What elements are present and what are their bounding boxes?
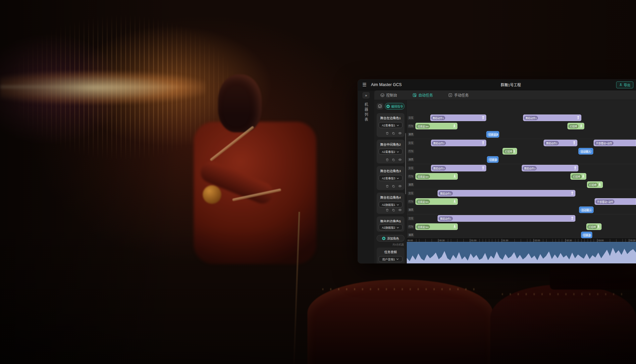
ruler-time-label: 00:30 (439, 239, 445, 242)
clip-dance[interactable]: 舞蹈动作1 (430, 114, 486, 121)
delete-icon[interactable] (386, 184, 389, 188)
audio-select[interactable]: 用户音频1 (379, 256, 402, 262)
clip-prop[interactable]: 自动输入 (578, 148, 593, 155)
edit-button[interactable] (377, 103, 383, 110)
track-lane[interactable]: 舞蹈动作2舞蹈动作2手部摆动+动作 (415, 139, 636, 147)
clip-dance[interactable]: 舞蹈动作3 (431, 165, 487, 171)
track-row-label: 道具 (408, 233, 414, 237)
track-lane[interactable]: 舞蹈动作1舞蹈动作1 (415, 114, 636, 122)
export-button[interactable]: 导出 (616, 81, 633, 88)
delete-icon[interactable] (386, 131, 389, 135)
chevron-down-icon (397, 224, 399, 230)
duplicate-icon[interactable] (392, 184, 395, 188)
clip-walk[interactable]: 打招呼 (567, 123, 584, 129)
walker-icon (579, 124, 583, 128)
dancer-icon (573, 166, 577, 170)
robot-model-select[interactable]: A2旗舰版2 (379, 224, 402, 230)
track-lane[interactable]: 舞蹈动作1 (415, 214, 636, 223)
task-timeline: 交互舞蹈动作1舞蹈动作1行为往前走3m打招呼道具切换道具交互舞蹈动作2舞蹈动作2… (407, 100, 636, 263)
track-row-label: 行为 (408, 150, 414, 153)
robot-card-actions (379, 208, 402, 212)
robot-model-select[interactable]: A2旗舰版1 (379, 202, 402, 207)
walker-icon (453, 225, 456, 229)
track-lane[interactable]: 打招呼 (415, 181, 636, 189)
track-row: 行为往前走3m打招呼 (407, 172, 636, 181)
clip-dance[interactable]: 手部摆动+动作 (594, 140, 636, 146)
track-lane[interactable]: 往前走3m打招呼 (415, 223, 636, 231)
robot-name: 舞台中间角色2 (379, 142, 402, 147)
robot-list: 舞台左边角色1A2青春版1舞台中间角色2A2青春版2舞台右边角色3A2青春版3舞… (377, 113, 404, 232)
ruler-segment: 02:00 (534, 239, 565, 242)
robot-card: 舞台右边角色5A2旗舰版2 (377, 216, 404, 232)
tab-auto-tasks[interactable]: 自动任务 (412, 92, 433, 98)
track-lane[interactable]: 往前走3m打招呼 (415, 122, 636, 130)
clip-dance[interactable]: 舞蹈动作3 (522, 165, 578, 171)
clip-prop[interactable]: 切换道具 (487, 156, 499, 163)
visibility-icon[interactable] (398, 184, 402, 188)
track-lane[interactable]: 打招呼自动输入 (415, 147, 636, 156)
clip-label: 舞蹈动作2 (545, 141, 558, 145)
track-row-label: 行为 (408, 124, 414, 128)
track-lane[interactable]: 舞蹈动作3舞蹈动作3 (415, 164, 636, 172)
track-row: 道具切换道具 (407, 156, 636, 164)
clip-prop[interactable]: 自动输入 (579, 206, 593, 213)
ruler-segment: 03:30 (629, 239, 636, 242)
track-group: 交互舞蹈动作3舞蹈动作3行为往前走3m打招呼道具打招呼 (407, 164, 636, 189)
clip-walk[interactable]: 往前走3m (415, 223, 458, 230)
clip-walk[interactable]: 打招呼 (587, 181, 603, 188)
clip-label: 手部摆动+动作 (595, 141, 613, 145)
clip-prop[interactable]: 切换道具 (486, 131, 499, 138)
add-robot-button[interactable]: 添加角色 (377, 235, 404, 242)
track-lane[interactable]: 切换道具 (415, 130, 636, 139)
clip-walk[interactable]: 打招呼 (570, 173, 586, 180)
orchestrate-command-button[interactable]: 编排指令 (385, 103, 404, 110)
track-lane[interactable]: 往前走3m手部摆动+动作 (415, 198, 636, 206)
duplicate-icon[interactable] (392, 208, 395, 212)
track-row-label: 交互 (408, 141, 414, 145)
clip-dance[interactable]: 舞蹈动作1 (523, 114, 581, 121)
expand-rail-button[interactable]: » (362, 92, 370, 99)
clip-walk[interactable]: 打招呼 (586, 223, 602, 230)
tab-console[interactable]: 控制台 (380, 92, 397, 98)
track-lane[interactable]: 往前走3m打招呼 (415, 172, 636, 181)
track-lane[interactable]: 舞蹈动作1 (415, 189, 636, 198)
clip-walk[interactable]: 往前走3m (415, 198, 458, 205)
clip-dance[interactable]: 舞蹈动作1 (438, 190, 575, 197)
clip-label: 往前走3m (416, 174, 430, 179)
visibility-icon[interactable] (398, 158, 402, 161)
audio-waveform (407, 242, 636, 263)
tab-manual-tasks[interactable]: 手动任务 (448, 92, 469, 98)
duplicate-icon[interactable] (392, 131, 395, 135)
auto-tasks-icon (412, 93, 417, 97)
track-lane[interactable]: 切换道具 (415, 231, 636, 239)
export-label: 导出 (624, 82, 630, 87)
machine-list-label: 机器列表 (363, 103, 369, 122)
track-row-label: 道具 (408, 208, 414, 211)
visibility-icon[interactable] (398, 208, 402, 212)
duplicate-icon[interactable] (392, 158, 395, 161)
audio-select-value: 用户音频1 (382, 257, 395, 261)
project-title: 群舞1号工程 (501, 82, 521, 87)
menu-icon[interactable]: ☰ (362, 82, 368, 87)
track-row: 交互舞蹈动作3舞蹈动作3 (407, 164, 636, 172)
clip-prop[interactable]: 切换道具 (581, 232, 592, 238)
clip-walk[interactable]: 往前走3m (415, 173, 458, 180)
track-lane[interactable]: 自动输入 (415, 206, 636, 214)
delete-icon[interactable] (386, 158, 389, 161)
visibility-icon[interactable] (398, 131, 402, 135)
robot-model-select[interactable]: A2青春版2 (379, 149, 402, 155)
clip-walk[interactable]: 往前走3m (415, 123, 457, 129)
clip-dance[interactable]: 手部摆动+动作 (595, 198, 636, 205)
clip-dance[interactable]: 舞蹈动作1 (438, 215, 575, 222)
clip-walk[interactable]: 打招呼 (503, 148, 517, 155)
delete-icon[interactable] (386, 208, 389, 212)
robot-model-select[interactable]: A2青春版1 (379, 122, 402, 128)
track-row-label: 道具 (408, 133, 414, 136)
robot-model-select[interactable]: A2青春版3 (379, 175, 402, 181)
track-lane[interactable]: 切换道具 (415, 156, 636, 164)
sidebar-scrollbar[interactable] (405, 133, 406, 194)
track-group: 交互舞蹈动作1行为往前走3m打招呼道具切换道具 (407, 214, 636, 239)
clip-dance[interactable]: 舞蹈动作2 (431, 140, 487, 146)
track-row-label: 交互 (408, 166, 414, 170)
clip-dance[interactable]: 舞蹈动作2 (544, 140, 577, 146)
